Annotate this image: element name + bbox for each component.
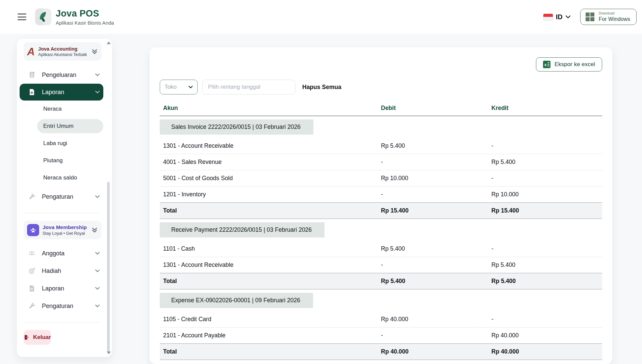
sidebar-item-laporan-membership[interactable]: Laporan bbox=[20, 280, 103, 297]
target-icon bbox=[28, 267, 36, 275]
download-for-windows-button[interactable]: Download For Windows bbox=[580, 9, 637, 25]
download-label: Download bbox=[599, 11, 630, 16]
logout-button[interactable]: Keluar bbox=[24, 330, 51, 345]
entry-group-title: Expense EX-09022026-00001 | 09 Februari … bbox=[160, 293, 313, 308]
scroll-up-arrow[interactable] bbox=[107, 41, 111, 44]
account-cell: 1105 - Credit Card bbox=[160, 316, 381, 323]
account-cell: 5001 - Cost of Goods Sold bbox=[160, 175, 381, 182]
sidebar-item-label: Hadiah bbox=[42, 268, 61, 275]
exit-door-icon bbox=[24, 334, 30, 340]
sidebar-item-hadiah[interactable]: Hadiah bbox=[20, 262, 103, 280]
table-row: 5001 - Cost of Goods Sold Rp 10.000 - bbox=[160, 170, 602, 187]
jova-accounting-logo-icon: A bbox=[27, 46, 35, 57]
store-filter-select[interactable]: Toko bbox=[160, 80, 198, 94]
debit-cell: Rp 10.000 bbox=[381, 175, 491, 182]
app-title: Jova POS bbox=[56, 8, 114, 19]
kredit-cell: Rp 5.400 bbox=[491, 159, 602, 166]
account-cell: 1301 - Account Receivable bbox=[160, 142, 381, 149]
table-header-row: Akun Debit Kredit bbox=[160, 105, 602, 116]
entry-group-title: Sales Invoice 2222/2026/0015 | 03 Februa… bbox=[160, 119, 313, 135]
app-subtitle: Aplikasi Kasir Bisnis Anda bbox=[56, 20, 114, 26]
kredit-cell: Rp 10.000 bbox=[491, 191, 602, 198]
clear-all-button[interactable]: Hapus Semua bbox=[302, 84, 341, 91]
table-row: 1201 - Inventory - Rp 10.000 bbox=[160, 187, 602, 202]
sidebar-item-pengeluaran[interactable]: $ Pengeluaran bbox=[20, 66, 103, 84]
receipt-icon: $ bbox=[28, 71, 36, 79]
jova-membership-subtitle: Stay Loyal • Get Royal bbox=[43, 231, 88, 236]
table-row: 4001 - Sales Revenue - Rp 5.400 bbox=[160, 154, 602, 170]
total-label: Total bbox=[160, 348, 381, 355]
app-logo: Jova POS Aplikasi Kasir Bisnis Anda bbox=[35, 8, 114, 26]
sidebar-item-anggota[interactable]: Anggota bbox=[20, 245, 103, 262]
store-filter-value: Toko bbox=[164, 84, 177, 90]
sidebar: A Jova Accounting Aplikasi Akuntansi Ter… bbox=[17, 39, 112, 357]
debit-cell: - bbox=[381, 159, 491, 166]
sidebar-item-neraca[interactable]: Neraca bbox=[37, 102, 103, 116]
total-debit: Rp 40.000 bbox=[381, 348, 491, 355]
main-content-card: x Ekspor ke excel Toko Hapus Semua Akun … bbox=[150, 47, 612, 364]
chevron-down-icon bbox=[95, 73, 100, 77]
logout-label: Keluar bbox=[33, 334, 51, 341]
chevron-down-icon bbox=[95, 304, 100, 308]
entry-group-title: Receive Payment 2222/2026/0015 | 03 Febr… bbox=[160, 222, 325, 237]
sidebar-item-label: Pengaturan bbox=[42, 193, 73, 200]
column-header-akun: Akun bbox=[160, 105, 381, 112]
kredit-cell: - bbox=[491, 316, 602, 323]
chevron-down-icon bbox=[565, 15, 571, 19]
export-to-excel-button[interactable]: x Ekspor ke excel bbox=[536, 57, 602, 72]
hamburger-menu-icon[interactable] bbox=[18, 13, 26, 20]
svg-text:x: x bbox=[544, 62, 547, 67]
chevron-down-icon bbox=[95, 269, 100, 273]
column-header-debit: Debit bbox=[381, 105, 491, 112]
account-cell: 1101 - Cash bbox=[160, 245, 381, 252]
debit-cell: - bbox=[381, 261, 491, 269]
sidebar-item-laba-rugi[interactable]: Laba rugi bbox=[37, 136, 103, 150]
debit-cell: Rp 40.000 bbox=[381, 316, 491, 323]
total-label: Total bbox=[160, 207, 381, 214]
date-range-input[interactable] bbox=[202, 80, 296, 94]
export-label: Ekspor ke excel bbox=[555, 61, 595, 68]
sidebar-item-label: Pengaturan bbox=[42, 303, 73, 310]
svg-text:$: $ bbox=[31, 72, 33, 75]
sidebar-item-laporan[interactable]: Laporan bbox=[20, 84, 103, 101]
sidebar-item-label: Pengeluaran bbox=[42, 72, 76, 79]
kredit-cell: - bbox=[491, 142, 602, 149]
journal-entries-table: Akun Debit Kredit Sales Invoice 2222/202… bbox=[160, 105, 602, 360]
jova-pos-logo-icon bbox=[35, 8, 51, 25]
kredit-cell: Rp 40.000 bbox=[491, 332, 602, 339]
column-header-kredit: Kredit bbox=[491, 105, 602, 112]
scroll-down-arrow[interactable] bbox=[107, 352, 111, 354]
entry-group-header: Sales Invoice 2222/2026/0015 | 03 Februa… bbox=[160, 119, 602, 135]
wrench-icon bbox=[28, 193, 36, 201]
double-chevron-down-icon bbox=[91, 227, 98, 233]
sidebar-item-piutang[interactable]: Piutang bbox=[37, 153, 103, 168]
total-debit: Rp 5.400 bbox=[381, 278, 491, 285]
debit-cell: Rp 5.400 bbox=[381, 245, 491, 252]
account-cell: 1301 - Account Receivable bbox=[160, 261, 381, 269]
table-row: 2101 - Account Payable - Rp 40.000 bbox=[160, 328, 602, 343]
sidebar-item-neraca-saldo[interactable]: Neraca saldo bbox=[37, 171, 103, 185]
jova-accounting-header[interactable]: A Jova Accounting Aplikasi Akuntansi Ter… bbox=[24, 42, 101, 61]
total-kredit: Rp 5.400 bbox=[491, 278, 602, 285]
account-cell: 1201 - Inventory bbox=[160, 191, 381, 198]
chevron-down-icon bbox=[95, 287, 100, 290]
sidebar-item-label: Anggota bbox=[42, 250, 65, 257]
language-selector[interactable]: ID bbox=[543, 13, 571, 21]
wrench-icon bbox=[28, 302, 36, 310]
debit-cell: - bbox=[381, 332, 491, 339]
top-bar: Jova POS Aplikasi Kasir Bisnis Anda ID D… bbox=[0, 0, 642, 34]
jova-membership-header[interactable]: Jova Membership Stay Loyal • Get Royal bbox=[24, 221, 101, 239]
jova-accounting-subtitle: Aplikasi Akuntansi Terbaik bbox=[38, 52, 88, 57]
sidebar-item-pengaturan-accounting[interactable]: Pengaturan bbox=[20, 188, 103, 205]
jova-accounting-title: Jova Accounting bbox=[38, 46, 88, 52]
scrollbar-thumb[interactable] bbox=[107, 182, 110, 352]
jova-membership-logo-icon bbox=[27, 224, 39, 236]
sidebar-item-pengaturan-membership[interactable]: Pengaturan bbox=[20, 297, 103, 315]
kredit-cell: - bbox=[491, 175, 602, 182]
entry-group-header: Expense EX-09022026-00001 | 09 Februari … bbox=[160, 293, 602, 308]
windows-logo-icon bbox=[585, 12, 595, 22]
indonesia-flag-icon bbox=[543, 13, 553, 21]
total-row: Total Rp 5.400 Rp 5.400 bbox=[160, 273, 602, 289]
total-kredit: Rp 15.400 bbox=[491, 207, 602, 214]
sidebar-item-entri-umum[interactable]: Entri Umum bbox=[37, 119, 103, 133]
